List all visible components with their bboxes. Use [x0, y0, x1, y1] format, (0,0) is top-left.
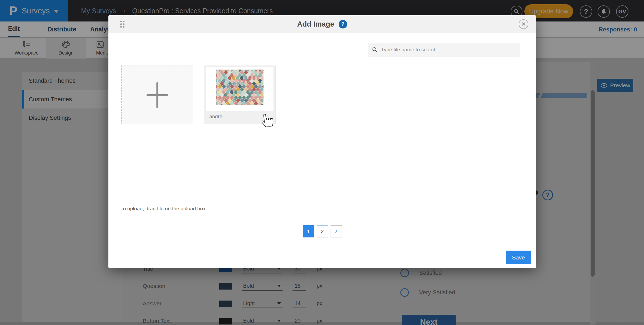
mosaic-image [216, 70, 264, 106]
modal-header: Add Image ? ✕ [108, 15, 536, 33]
modal-help-icon[interactable]: ? [339, 20, 347, 28]
image-name-label: andre [209, 114, 222, 120]
plus-icon [147, 94, 168, 96]
next-page-button[interactable]: › [331, 225, 342, 237]
page-button-1[interactable]: 1 [303, 225, 314, 237]
hand-pointer-cursor [261, 113, 274, 127]
upload-hint-text: To upload, drag file on the upload box. [120, 206, 207, 212]
page-button-2[interactable]: 2 [317, 225, 328, 237]
file-search-box [368, 43, 520, 57]
pagination: 1 2 › [303, 225, 342, 237]
search-input[interactable] [381, 47, 510, 53]
add-image-modal: Add Image ? ✕ andre To upload, drag file… [108, 15, 536, 268]
modal-footer [108, 243, 536, 268]
search-icon [372, 47, 378, 53]
image-thumbnail-frame [206, 67, 273, 111]
close-icon[interactable]: ✕ [519, 19, 528, 29]
save-button[interactable]: Save [506, 251, 531, 264]
modal-title: Add Image [297, 20, 334, 28]
upload-dropzone[interactable] [121, 66, 193, 124]
